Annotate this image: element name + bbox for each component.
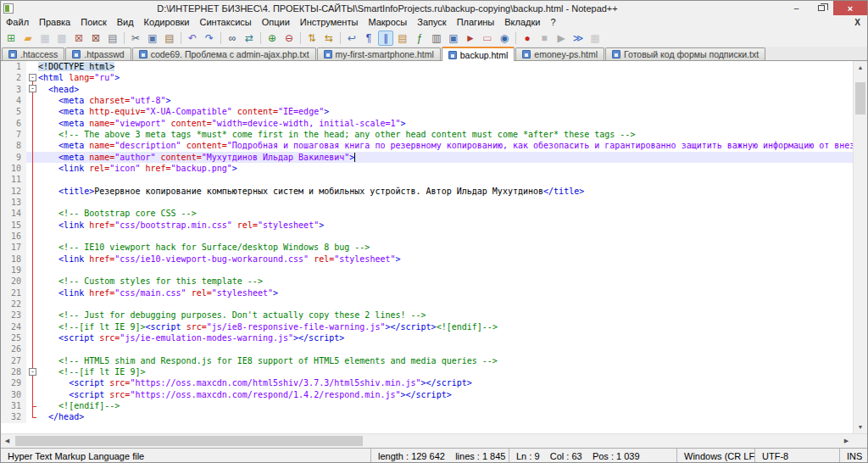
code-text[interactable]: <!-- Custom styles for this template --> xyxy=(38,276,853,287)
line-number[interactable]: 22 xyxy=(1,298,26,310)
tab-6[interactable]: Готовый код формы подписки.txt xyxy=(605,47,765,60)
code-line-12[interactable]: 12 <title>Резервное копирование компьюте… xyxy=(1,186,853,197)
status-encoding[interactable]: UTF-8 xyxy=(754,449,839,463)
code-text[interactable]: <link href="css/ie10-viewport-bug-workar… xyxy=(38,254,853,265)
undo-icon[interactable]: ↶ xyxy=(185,31,200,46)
tab-0[interactable]: .htaccess xyxy=(2,47,64,60)
code-line-6[interactable]: 6 <meta name="viewport" content="width=d… xyxy=(1,118,853,129)
line-number[interactable]: 15 xyxy=(1,220,26,231)
line-number[interactable]: 27 xyxy=(1,355,26,366)
code-text[interactable] xyxy=(38,231,853,242)
fold-collapse-icon[interactable]: - xyxy=(29,74,36,81)
view-eye-icon[interactable]: ◉ xyxy=(497,31,512,46)
code-line-3[interactable]: 3- <head> xyxy=(1,84,853,95)
save-all-icon[interactable]: ▩ xyxy=(54,31,70,46)
code-line-1[interactable]: 1<!DOCTYPE html> xyxy=(1,61,853,72)
vertical-scroll-track[interactable] xyxy=(854,74,867,421)
code-text[interactable] xyxy=(38,174,853,185)
menu-item-7[interactable]: Инструменты xyxy=(295,17,364,27)
redo-icon[interactable]: ↷ xyxy=(202,31,217,46)
line-number[interactable]: 13 xyxy=(1,197,26,208)
code-text[interactable]: <!-- The above 3 meta tags *must* come f… xyxy=(38,129,853,140)
cut-icon[interactable]: ✂ xyxy=(128,31,143,46)
doc-map-icon[interactable]: ▤ xyxy=(395,31,410,46)
line-number[interactable]: 2 xyxy=(1,72,26,83)
line-number[interactable]: 18 xyxy=(1,254,26,265)
menu-item-1[interactable]: Правка xyxy=(34,17,75,27)
code-text[interactable]: <meta name="description" content="Подроб… xyxy=(38,140,853,151)
status-insert-mode[interactable]: INS xyxy=(839,449,867,463)
horizontal-scroll-thumb[interactable] xyxy=(15,436,363,446)
menu-item-2[interactable]: Поиск xyxy=(75,17,111,27)
code-line-20[interactable]: 20 <!-- Custom styles for this template … xyxy=(1,276,853,287)
menu-item-4[interactable]: Кодировки xyxy=(139,17,195,27)
menu-item-0[interactable]: Файл xyxy=(1,17,34,27)
close-file-icon[interactable]: ⊠ xyxy=(71,31,86,46)
code-line-31[interactable]: 31 <![endif]--> xyxy=(1,400,853,411)
code-text[interactable]: <script src="https://oss.maxcdn.com/html… xyxy=(38,377,853,388)
code-line-21[interactable]: 21 <link href="css/main.css" rel="styles… xyxy=(1,287,853,298)
code-line-19[interactable]: 19 xyxy=(1,265,853,276)
code-line-22[interactable]: 22 xyxy=(1,298,853,310)
menu-item-5[interactable]: Синтаксисы xyxy=(195,17,257,27)
code-line-30[interactable]: 30 <script src="https://oss.maxcdn.com/r… xyxy=(1,389,853,400)
play-macro-icon[interactable]: ▶ xyxy=(554,31,569,46)
menu-item-9[interactable]: Запуск xyxy=(412,17,451,27)
close-document-button[interactable]: X xyxy=(848,18,867,27)
code-text[interactable]: <!--[if lt IE 9]> xyxy=(38,366,853,377)
code-line-10[interactable]: 10 <link rel="icon" href="backup.png"> xyxy=(1,163,853,174)
line-number[interactable]: 8 xyxy=(1,140,26,151)
code-line-17[interactable]: 17 <!-- IE10 viewport hack for Surface/d… xyxy=(1,242,853,253)
code-text[interactable] xyxy=(38,265,853,276)
word-wrap-icon[interactable]: ↩ xyxy=(344,31,359,46)
scroll-right-icon[interactable]: ▶ xyxy=(840,438,853,444)
line-number[interactable]: 23 xyxy=(1,310,26,321)
replace-icon[interactable]: ⇄ xyxy=(242,31,257,46)
line-number[interactable]: 31 xyxy=(1,400,26,411)
zoom-in-icon[interactable]: ⊕ xyxy=(264,31,280,46)
menu-item-12[interactable]: ? xyxy=(545,17,560,27)
code-line-27[interactable]: 27 <!-- HTML5 shim and Respond.js for IE… xyxy=(1,355,853,366)
code-line-32[interactable]: 32 </head> xyxy=(1,411,853,422)
fold-collapse-icon[interactable]: - xyxy=(29,368,36,376)
export-icon[interactable]: ► xyxy=(463,31,478,46)
code-line-18[interactable]: 18 <link href="css/ie10-viewport-bug-wor… xyxy=(1,254,853,265)
line-number[interactable]: 3 xyxy=(1,84,26,95)
line-number[interactable]: 5 xyxy=(1,106,26,117)
code-line-16[interactable]: 16 xyxy=(1,231,853,242)
menu-item-8[interactable]: Макросы xyxy=(363,17,412,27)
stop-macro-icon[interactable]: ■ xyxy=(537,31,552,46)
line-number[interactable]: 28 xyxy=(1,366,26,377)
zoom-out-icon[interactable]: ⊖ xyxy=(281,31,297,46)
fold-margin[interactable]: - xyxy=(26,72,38,83)
run-macro-multiple-icon[interactable]: ≫ xyxy=(570,31,586,46)
code-text[interactable]: <meta name="author" content="Мухутдинов … xyxy=(38,152,853,163)
record-macro-icon[interactable]: ● xyxy=(520,31,535,46)
code-text[interactable]: <link href="css/bootstrap.min.css" rel="… xyxy=(38,220,853,231)
code-text[interactable]: </head> xyxy=(38,411,853,422)
paste-icon[interactable]: ▤ xyxy=(162,31,177,46)
code-line-2[interactable]: 2-<html lang="ru"> xyxy=(1,72,853,83)
code-line-25[interactable]: 25 <script src="js/ie-emulation-modes-wa… xyxy=(1,332,853,343)
restore-button[interactable] xyxy=(809,1,833,15)
code-text[interactable]: <link href="css/main.css" rel="styleshee… xyxy=(38,287,853,298)
menu-item-10[interactable]: Плагины xyxy=(452,17,500,27)
code-text[interactable]: <head> xyxy=(38,84,853,95)
line-number[interactable]: 26 xyxy=(1,343,26,354)
tab-5[interactable]: emoney-ps.html xyxy=(515,47,604,60)
fold-margin[interactable]: - xyxy=(26,84,38,95)
code-pane[interactable]: 1<!DOCTYPE html>2-<html lang="ru">3- <he… xyxy=(1,61,853,433)
close-all-icon[interactable]: ⊠ xyxy=(88,31,103,46)
menu-item-11[interactable]: Вкладки xyxy=(499,17,545,27)
line-number[interactable]: 1 xyxy=(1,61,26,72)
line-number[interactable]: 9 xyxy=(1,152,26,163)
horizontal-scroll-track[interactable] xyxy=(14,434,840,448)
scroll-up-icon[interactable]: ▲ xyxy=(854,61,867,74)
code-line-28[interactable]: 28- <!--[if lt IE 9]> xyxy=(1,366,853,377)
code-line-5[interactable]: 5 <meta http-equiv="X-UA-Compatible" con… xyxy=(1,106,853,117)
line-number[interactable]: 32 xyxy=(1,411,26,422)
code-line-9[interactable]: 9 <meta name="author" content="Мухутдино… xyxy=(1,152,853,163)
function-list-icon[interactable]: ƒ xyxy=(412,31,427,46)
code-line-15[interactable]: 15 <link href="css/bootstrap.min.css" re… xyxy=(1,220,853,231)
horizontal-scrollbar[interactable]: ◀ ▶ xyxy=(1,433,867,448)
